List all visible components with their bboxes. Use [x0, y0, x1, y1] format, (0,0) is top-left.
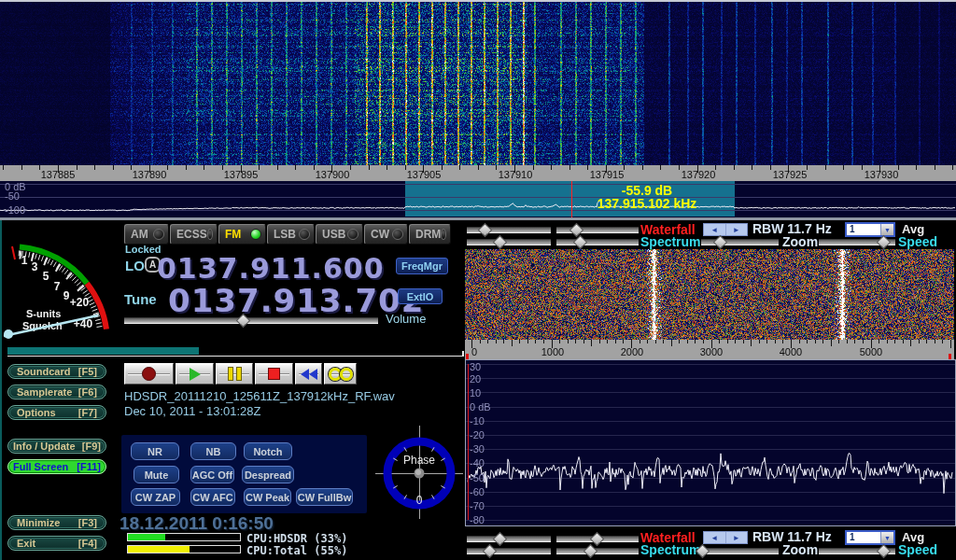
- waterfall-contrast-slider-top[interactable]: [556, 224, 639, 235]
- nb-button[interactable]: NB: [190, 442, 236, 460]
- waterfall-brightness-slider-bottom[interactable]: [467, 533, 551, 544]
- mode-button-fm[interactable]: FM: [218, 224, 266, 245]
- spectrum-contrast-slider-bottom[interactable]: [556, 545, 639, 556]
- chevron-down-icon[interactable]: ▼: [880, 532, 893, 543]
- extio-button[interactable]: ExtIO: [398, 288, 443, 304]
- avg-dropdown-top[interactable]: 1▼: [845, 222, 895, 237]
- slider-thumb[interactable]: [573, 235, 588, 250]
- speed-slider-top[interactable]: [819, 236, 895, 247]
- led-icon: [347, 229, 358, 240]
- options-button[interactable]: Options[F7]: [7, 405, 106, 420]
- zoomed-spectrum[interactable]: [465, 359, 956, 526]
- zoom-slider-bottom[interactable]: [701, 545, 779, 556]
- slider-thumb[interactable]: [590, 532, 605, 547]
- volume-slider[interactable]: [124, 315, 378, 326]
- mode-button-cw[interactable]: CW: [364, 224, 408, 245]
- slider-thumb[interactable]: [493, 532, 508, 547]
- slider-track[interactable]: [556, 239, 639, 245]
- play-button[interactable]: [176, 363, 214, 385]
- soundcard-button[interactable]: Soundcard[F5]: [7, 364, 106, 379]
- slider-track[interactable]: [467, 548, 551, 554]
- recording-filename: HDSDR_20111210_125611Z_137912kHz_RF.wav: [124, 389, 395, 403]
- spin-right-icon[interactable]: ►: [725, 532, 748, 543]
- frequency-tick-label: 137895: [213, 169, 269, 180]
- slider-track[interactable]: [124, 317, 378, 324]
- slider-thumb[interactable]: [876, 235, 891, 250]
- full-screen-button[interactable]: Full Screen[F11]: [7, 459, 106, 474]
- notch-button[interactable]: Notch: [244, 442, 292, 460]
- cpu-total-fill: [128, 546, 190, 553]
- rbw-spinner-bottom[interactable]: ◄►: [703, 531, 748, 544]
- stop-button[interactable]: [255, 363, 293, 385]
- main-waterfall[interactable]: [0, 2, 956, 165]
- slider-thumb[interactable]: [712, 235, 727, 250]
- spin-left-icon[interactable]: ◄: [704, 224, 725, 235]
- led-icon: [299, 229, 310, 240]
- mode-button-usb[interactable]: USB: [316, 224, 363, 245]
- loop-button[interactable]: [324, 363, 357, 385]
- frequency-tick-label: 3000: [695, 346, 728, 357]
- slider-track[interactable]: [467, 239, 551, 245]
- mode-button-lsb[interactable]: LSB: [267, 224, 315, 245]
- slider-thumb[interactable]: [478, 223, 493, 238]
- cw-peak-button[interactable]: CW Peak: [244, 488, 291, 506]
- rewind-icon: [301, 369, 317, 380]
- rbw-spinner-top[interactable]: ◄►: [703, 223, 748, 236]
- frequency-tick-label: 137915: [579, 169, 635, 180]
- slider-track[interactable]: [701, 548, 779, 554]
- mute-button[interactable]: Mute: [134, 466, 179, 483]
- squelch-bar[interactable]: [7, 347, 464, 355]
- db-tick-label: -40: [470, 457, 511, 469]
- frequency-tick-label: 137920: [670, 169, 726, 180]
- lo-frequency-display[interactable]: 0137.911.600: [157, 252, 385, 285]
- spin-right-icon[interactable]: ►: [725, 224, 748, 235]
- spectrum-label-bottom[interactable]: Spectrum: [640, 542, 701, 557]
- spectrum-label-top[interactable]: Spectrum: [640, 234, 701, 249]
- spectrum-brightness-slider-top[interactable]: [467, 236, 551, 247]
- panel-separator: [0, 217, 956, 220]
- slider-thumb[interactable]: [569, 223, 584, 238]
- record-button[interactable]: [124, 363, 174, 385]
- nr-button[interactable]: NR: [131, 442, 179, 460]
- spin-left-icon[interactable]: ◄: [704, 532, 725, 543]
- mode-label: AM: [131, 228, 148, 241]
- stop-icon: [268, 368, 280, 380]
- hdsdr-window: 137885 137890 137895 137900 137905 13791…: [0, 0, 956, 560]
- agc-off-button[interactable]: AGC Off: [190, 466, 234, 483]
- despread-button[interactable]: Despread: [242, 466, 294, 483]
- samplerate-button[interactable]: Samplerate[F6]: [7, 385, 106, 399]
- rewind-button[interactable]: [295, 363, 322, 385]
- slider-track[interactable]: [467, 536, 551, 542]
- minimize-button[interactable]: Minimize[F3]: [7, 515, 106, 530]
- slider-thumb[interactable]: [876, 544, 891, 559]
- slider-thumb[interactable]: [493, 235, 508, 250]
- cw-afc-button[interactable]: CW AFC: [190, 488, 235, 506]
- avg-dropdown-bottom[interactable]: 1▼: [845, 530, 895, 545]
- spectrum-brightness-slider-bottom[interactable]: [467, 545, 551, 556]
- mode-button-drm[interactable]: DRM: [409, 224, 451, 245]
- cw-zap-button[interactable]: CW ZAP: [131, 488, 180, 506]
- waterfall-brightness-slider-top[interactable]: [467, 224, 551, 235]
- chevron-down-icon[interactable]: ▼: [880, 224, 893, 235]
- speed-slider-bottom[interactable]: [819, 545, 895, 556]
- s-meter[interactable]: [2, 235, 123, 360]
- zoomed-waterfall[interactable]: [465, 249, 954, 340]
- main-spectrum[interactable]: [0, 181, 956, 217]
- mode-button-ecss[interactable]: ECSS: [170, 224, 218, 245]
- waterfall-contrast-slider-bottom[interactable]: [556, 533, 639, 544]
- pause-button[interactable]: [216, 363, 253, 385]
- db-tick-label: 10: [470, 387, 511, 399]
- slider-thumb[interactable]: [236, 314, 251, 329]
- spectrum-contrast-slider-top[interactable]: [556, 236, 639, 247]
- slider-thumb[interactable]: [483, 544, 498, 559]
- frequency-tick-label: 4000: [774, 346, 808, 357]
- zoom-slider-top[interactable]: [701, 236, 779, 247]
- exit-button[interactable]: Exit[F4]: [7, 536, 106, 551]
- freqmgr-button[interactable]: FreqMgr: [396, 258, 448, 274]
- info-update-button[interactable]: Info / Update[F9]: [7, 439, 106, 454]
- phase-zero-label: 0: [401, 494, 438, 507]
- cw-fullbw-button[interactable]: CW FullBw: [296, 488, 353, 506]
- squelch-baseline: [7, 356, 464, 357]
- mode-button-am[interactable]: AM: [124, 224, 169, 245]
- slider-thumb[interactable]: [583, 544, 598, 559]
